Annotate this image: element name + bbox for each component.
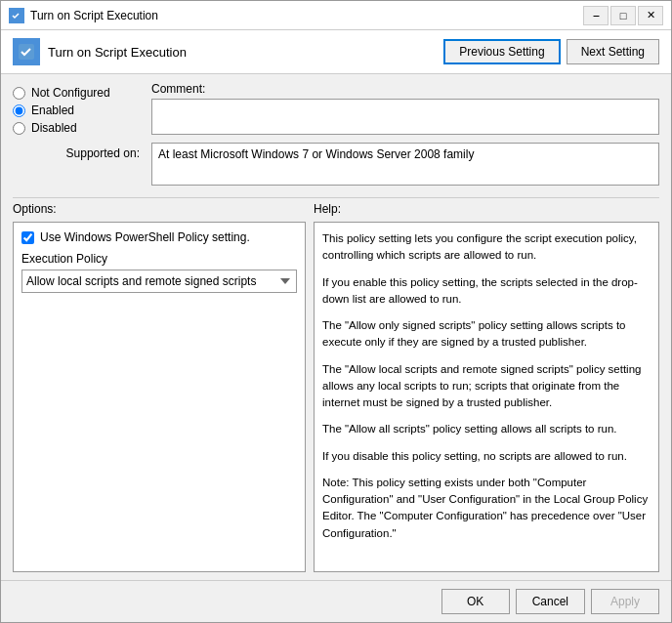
enabled-radio[interactable] xyxy=(13,104,25,117)
main-window: Turn on Script Execution ‒ □ ✕ Turn on S… xyxy=(0,0,672,623)
help-title-label: Help: xyxy=(314,202,341,216)
options-header: Options: xyxy=(13,202,306,216)
exec-policy-select[interactable]: Allow only signed scripts Allow local sc… xyxy=(21,270,297,293)
help-para-5: The "Allow all scripts" policy setting a… xyxy=(322,421,651,437)
help-para-3: The "Allow only signed scripts" policy s… xyxy=(322,317,651,352)
not-configured-radio[interactable] xyxy=(13,87,25,100)
top-section: Not Configured Enabled Disabled Comment: xyxy=(13,82,659,135)
header-bar: Turn on Script Execution Previous Settin… xyxy=(1,30,671,74)
panels-row: Use Windows PowerShell Policy setting. E… xyxy=(13,222,659,572)
powershell-policy-checkbox[interactable] xyxy=(21,231,34,244)
not-configured-label[interactable]: Not Configured xyxy=(31,86,110,100)
disabled-radio-row: Disabled xyxy=(13,121,140,135)
help-para-2: If you enable this policy setting, the s… xyxy=(322,274,651,309)
minimize-button[interactable]: ‒ xyxy=(583,6,609,25)
options-title: Options: xyxy=(13,202,57,216)
supported-label: Supported on: xyxy=(13,143,140,160)
enabled-radio-row: Enabled xyxy=(13,104,140,117)
supported-section: Supported on: At least Microsoft Windows… xyxy=(13,143,659,186)
not-configured-radio-row: Not Configured xyxy=(13,86,140,100)
next-setting-button[interactable]: Next Setting xyxy=(567,39,659,64)
comment-section: Comment: xyxy=(151,82,659,135)
apply-button[interactable]: Apply xyxy=(591,589,659,614)
previous-setting-button[interactable]: Previous Setting xyxy=(443,39,560,64)
checkbox-row: Use Windows PowerShell Policy setting. xyxy=(21,230,297,244)
section-headers: Options: Help: xyxy=(13,202,659,216)
header-left: Turn on Script Execution xyxy=(13,38,187,65)
supported-value: At least Microsoft Windows 7 or Windows … xyxy=(151,143,659,186)
radio-column: Not Configured Enabled Disabled xyxy=(13,82,140,135)
cancel-button[interactable]: Cancel xyxy=(516,589,585,614)
ok-button[interactable]: OK xyxy=(441,589,510,614)
disabled-radio[interactable] xyxy=(13,122,25,135)
title-bar: Turn on Script Execution ‒ □ ✕ xyxy=(1,1,671,30)
comment-label: Comment: xyxy=(151,82,659,96)
divider xyxy=(13,197,659,198)
title-bar-left: Turn on Script Execution xyxy=(9,8,158,23)
exec-policy-label: Execution Policy xyxy=(21,252,297,266)
comment-textarea[interactable] xyxy=(151,99,659,135)
disabled-label[interactable]: Disabled xyxy=(31,121,77,135)
help-panel: This policy setting lets you configure t… xyxy=(314,222,659,572)
maximize-button[interactable]: □ xyxy=(610,6,636,25)
header-buttons: Previous Setting Next Setting xyxy=(443,39,659,64)
close-button[interactable]: ✕ xyxy=(638,6,663,25)
powershell-policy-label[interactable]: Use Windows PowerShell Policy setting. xyxy=(40,230,250,244)
header-icon xyxy=(13,38,40,65)
help-header: Help: xyxy=(314,202,659,216)
help-para-6: If you disable this policy setting, no s… xyxy=(322,448,651,465)
enabled-label[interactable]: Enabled xyxy=(31,104,74,117)
help-para-4: The "Allow local scripts and remote sign… xyxy=(322,361,651,412)
help-para-1: This policy setting lets you configure t… xyxy=(322,230,651,265)
help-para-7: Note: This policy setting exists under b… xyxy=(322,475,651,542)
options-panel: Use Windows PowerShell Policy setting. E… xyxy=(13,222,306,572)
window-icon xyxy=(9,8,24,23)
header-title: Turn on Script Execution xyxy=(48,45,187,60)
footer: OK Cancel Apply xyxy=(1,580,671,622)
main-content: Not Configured Enabled Disabled Comment:… xyxy=(1,74,671,580)
window-title: Turn on Script Execution xyxy=(30,9,158,22)
title-controls: ‒ □ ✕ xyxy=(583,6,663,25)
